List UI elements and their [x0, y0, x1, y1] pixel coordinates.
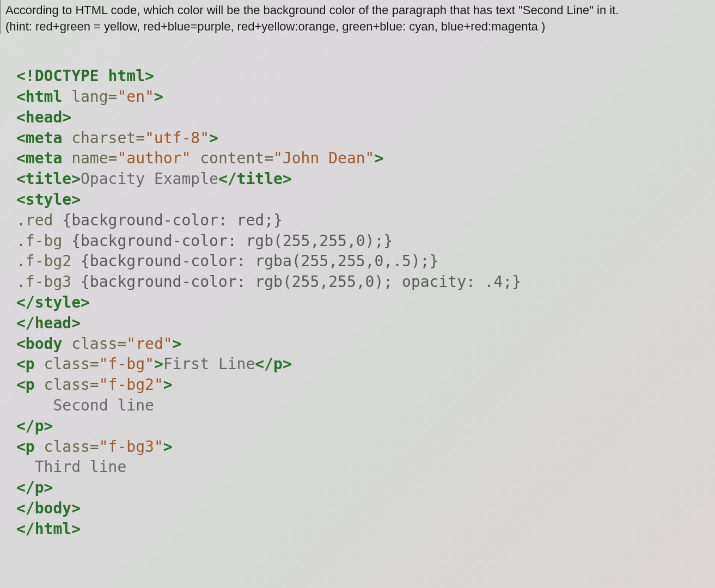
code-attr-value: "f-bg" [99, 355, 154, 373]
code-p-close: </p> [16, 417, 53, 435]
code-css-selector: .f-bg2 [16, 252, 81, 270]
code-text-second-line: Second line [16, 396, 154, 414]
code-title-close: </title> [218, 170, 292, 188]
code-css-rule: {background-color: red;} [62, 211, 283, 229]
code-attr-name: class= [44, 376, 99, 394]
code-p-close: </p> [16, 479, 53, 497]
code-css-rule: {background-color: rgb(255,255,0); opaci… [81, 273, 521, 291]
code-tag-close: > [374, 149, 383, 167]
code-head-open: <head> [16, 108, 71, 126]
code-p-close: </p> [255, 355, 291, 373]
code-attr-value: "red" [126, 335, 172, 353]
code-attr-name: class= [44, 438, 99, 456]
code-tag-mid: > [154, 355, 163, 373]
code-tag-close: > [209, 129, 218, 147]
code-head-close: </head> [16, 314, 81, 332]
code-css-selector: .red [16, 211, 62, 229]
code-attr-value: "utf-8" [145, 129, 209, 147]
code-attr-value: "en" [117, 88, 154, 106]
code-attr-name: class= [44, 355, 99, 373]
code-meta-open: <meta [16, 149, 62, 167]
code-p-open: <p [16, 438, 35, 456]
code-css-selector: .f-bg [16, 232, 71, 250]
question-line-1: According to HTML code, which color will… [5, 2, 711, 19]
code-body-close: </body> [16, 499, 81, 517]
code-attr-name: content= [200, 149, 273, 167]
code-tag-close: > [163, 376, 173, 394]
code-attr-name: class= [71, 335, 126, 353]
code-attr-value: "John Dean" [273, 149, 374, 167]
code-attr-name: lang= [71, 88, 117, 106]
code-attr-name: charset= [71, 129, 145, 147]
code-meta-open: <meta [16, 129, 62, 147]
code-title-text: Opacity Example [81, 170, 218, 188]
code-text: First Line [163, 355, 255, 373]
code-p-open: <p [16, 376, 35, 394]
code-attr-value: "author" [117, 149, 191, 167]
question-block: According to HTML code, which color will… [0, 0, 715, 34]
code-tag-close: > [163, 438, 173, 456]
code-block: <!DOCTYPE html> <html lang="en"> <head> … [0, 34, 715, 544]
code-html-open: <html [16, 88, 62, 106]
code-attr-name: name= [71, 149, 117, 167]
code-css-rule: {background-color: rgba(255,255,0,.5);} [81, 252, 438, 270]
code-p-open: <p [16, 355, 35, 373]
code-title-open: <title> [16, 170, 81, 188]
code-tag-close: > [154, 88, 163, 106]
code-attr-value: "f-bg2" [99, 376, 163, 394]
question-line-2: (hint: red+green = yellow, red+blue=purp… [5, 19, 711, 35]
code-doctype: <!DOCTYPE html> [16, 67, 154, 85]
code-html-close: </html> [16, 520, 81, 538]
code-css-rule: {background-color: rgb(255,255,0);} [71, 232, 393, 250]
code-style-open: <style> [16, 191, 81, 209]
code-attr-value: "f-bg3" [99, 438, 163, 456]
code-tag-close: > [173, 335, 182, 353]
code-style-close: </style> [16, 293, 90, 311]
code-css-selector: .f-bg3 [16, 273, 81, 291]
code-body-open: <body [16, 335, 62, 353]
code-text-third-line: Third line [16, 458, 126, 476]
